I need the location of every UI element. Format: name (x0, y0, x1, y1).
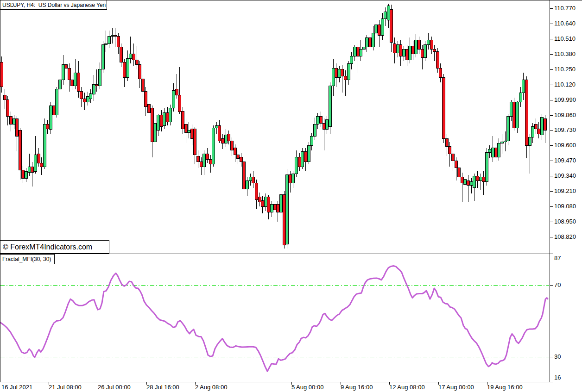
bear-candle-body (136, 60, 139, 65)
time-axis-label: 9 Aug 16:00 (341, 384, 373, 391)
bear-candle-body (176, 89, 178, 95)
bear-candle-body (182, 112, 184, 129)
bear-candle-body (123, 62, 126, 78)
bear-candle-body (240, 157, 243, 162)
bear-candle-body (274, 204, 277, 210)
time-axis-label: 2 Aug 08:00 (195, 384, 227, 391)
bear-candle-body (133, 54, 135, 60)
bull-candle-body (507, 116, 510, 141)
bear-candle-body (538, 129, 540, 134)
bull-candle-body (486, 153, 488, 182)
bull-candle-body (326, 120, 329, 129)
bull-candle-body (286, 175, 289, 244)
bull-candle-body (246, 180, 249, 189)
bull-candle-body (157, 115, 160, 131)
copyright-text: © ForexMT4Indicators.com (3, 243, 92, 251)
bull-candle-body (271, 204, 273, 212)
price-axis-label: 110.510 (554, 35, 576, 43)
bull-candle-body (203, 154, 206, 167)
bear-candle-body (357, 47, 360, 56)
bear-candle-body (482, 177, 485, 182)
bear-candle-body (166, 113, 169, 122)
time-axis-label: 12 Aug 08:00 (389, 384, 425, 391)
price-axis-label: 108.950 (554, 218, 576, 225)
indicator-name-box: Fractal_MFI(30, 30) (0, 254, 55, 264)
bear-candle-body (53, 106, 56, 115)
bull-candle-body (372, 33, 375, 47)
price-axis-label: 109.210 (554, 187, 576, 195)
bear-candle-body (191, 129, 194, 138)
time-axis-label: 17 Aug 00:00 (438, 384, 474, 391)
bull-candle-body (424, 45, 427, 58)
bull-candle-body (381, 19, 384, 36)
bull-candle-body (488, 149, 491, 153)
bear-candle-body (277, 204, 279, 212)
bear-candle-body (378, 25, 381, 36)
bull-candle-body (498, 143, 500, 157)
mfi-line (0, 266, 548, 372)
chart-canvas[interactable] (0, 0, 582, 392)
bear-candle-body (228, 134, 230, 141)
bull-candle-body (397, 45, 399, 53)
indicator-name: Fractal_MFI(30, 30) (2, 256, 51, 262)
bear-candle-body (19, 131, 22, 170)
bull-candle-body (59, 80, 62, 89)
bull-candle-body (169, 108, 172, 122)
bull-candle-body (387, 6, 390, 20)
bull-candle-body (504, 141, 507, 142)
bull-candle-body (541, 118, 544, 135)
bull-candle-body (295, 157, 298, 174)
bull-candle-body (56, 89, 58, 115)
bull-candle-body (310, 136, 313, 145)
price-axis-label: 108.820 (554, 233, 576, 241)
time-axis-label: 28 Jul 16:00 (146, 384, 179, 391)
price-axis-label: 110.250 (554, 66, 576, 73)
bear-candle-body (139, 65, 141, 79)
bull-candle-body (516, 102, 519, 128)
bear-candle-body (148, 105, 151, 113)
bull-candle-body (249, 177, 252, 181)
bear-candle-body (142, 79, 145, 92)
bull-candle-body (74, 73, 77, 86)
bear-candle-body (323, 123, 326, 129)
bear-candle-body (461, 177, 464, 183)
bear-candle-body (4, 95, 6, 100)
bear-candle-body (525, 80, 528, 146)
bull-candle-body (332, 68, 335, 86)
bull-candle-body (522, 80, 525, 93)
bull-candle-body (464, 180, 467, 184)
bear-candle-body (369, 37, 372, 47)
bull-candle-body (510, 102, 513, 116)
mt4-chart-window: USDJPY, H4: US Dollar vs Japanese Yen © … (0, 0, 582, 392)
bull-candle-body (172, 90, 175, 108)
bull-candle-body (87, 96, 89, 102)
time-axis[interactable]: 16 Jul 202121 Jul 08:0026 Jul 00:0028 Ju… (0, 382, 582, 392)
bear-candle-body (433, 50, 436, 52)
indicator-axis-label: 16 (554, 374, 561, 381)
indicator-axis-label: 87 (554, 255, 561, 262)
bear-candle-body (544, 118, 547, 130)
bull-candle-body (360, 50, 362, 56)
bear-candle-body (151, 108, 154, 142)
bear-candle-body (535, 124, 538, 129)
bear-candle-body (178, 95, 181, 112)
bull-candle-body (163, 113, 166, 126)
time-axis-label: 19 Aug 16:00 (487, 384, 523, 391)
bull-candle-body (127, 59, 129, 77)
bull-candle-body (384, 12, 387, 19)
bull-candle-body (99, 69, 101, 86)
bear-candle-body (455, 161, 458, 168)
bear-candle-body (221, 138, 224, 143)
bear-candle-body (6, 100, 9, 117)
bear-candle-body (31, 167, 34, 173)
bear-candle-body (344, 76, 347, 80)
bear-candle-body (22, 170, 25, 179)
bull-candle-body (13, 118, 16, 124)
bear-candle-body (80, 92, 83, 99)
bull-candle-body (44, 124, 46, 167)
bear-candle-body (412, 46, 415, 54)
bull-candle-body (105, 44, 108, 45)
bear-candle-body (267, 197, 270, 212)
bear-candle-body (320, 116, 323, 123)
bear-candle-body (83, 99, 86, 102)
